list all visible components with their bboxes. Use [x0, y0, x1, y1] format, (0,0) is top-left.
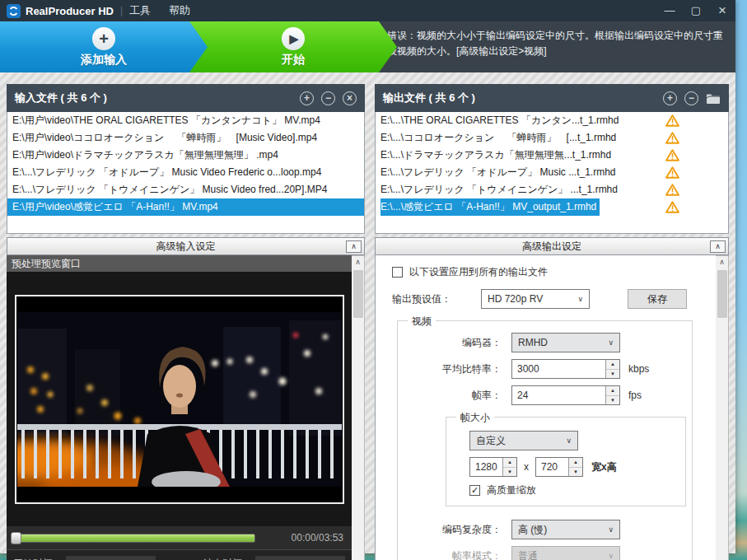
output-scrollbar[interactable]: ∧ ∨ — [716, 255, 729, 560]
preview-section: 预处理预览窗口 — [7, 255, 352, 560]
remove-output-icon[interactable]: − — [684, 91, 698, 105]
warning-icon — [665, 166, 679, 179]
spin-down-icon[interactable]: ▼ — [606, 370, 619, 379]
frame-size-group: 帧大小 自定义 ∨ 1280 — [446, 417, 686, 506]
clear-files-icon[interactable]: × — [343, 91, 357, 105]
time-range-bar: 开始时间： 00h 00m 00.000s 结束时间： 00h 03m 53.8… — [7, 549, 352, 560]
bitrate-label: 平均比特率： — [398, 362, 511, 376]
close-icon[interactable]: × — [716, 4, 729, 17]
list-item[interactable]: E:\用户\video\ドラマチックアラスカ「無理無理無理」 .mp4 — [7, 147, 364, 164]
seek-slider-thumb[interactable] — [11, 532, 21, 544]
add-file-icon[interactable]: + — [300, 91, 314, 105]
framerate-mode-select: 普通 ∨ — [511, 546, 620, 560]
menu-separator: | — [120, 5, 123, 16]
chevron-down-icon: ∨ — [608, 338, 614, 347]
add-output-icon[interactable]: + — [663, 91, 677, 105]
list-item[interactable]: E:\用户\video\ココロオークション 「蝉時雨」 [Music Video… — [7, 129, 364, 147]
menu-help[interactable]: 帮助 — [169, 3, 190, 18]
output-panel-title: 输出文件 ( 共 6 个 ) — [383, 91, 475, 105]
list-item[interactable]: E:\...\ドラマチックアラスカ「無理無理無...t_1.rmhd — [376, 147, 728, 164]
output-file-list: E:\...\THE ORAL CIGARETTES 「カンタン...t_1.r… — [375, 112, 729, 234]
spin-up-icon[interactable]: ▲ — [606, 360, 619, 370]
start-label: 开始 — [282, 53, 305, 68]
spin-down-icon[interactable]: ▼ — [606, 396, 619, 405]
input-file-list: E:\用户\video\THE ORAL CIGARETTES 「カンタンナコト… — [7, 112, 365, 234]
input-panel-title: 输入文件 ( 共 6 个 ) — [15, 91, 107, 105]
hq-scale-label: 高质量缩放 — [487, 483, 536, 497]
warning-icon — [665, 114, 679, 127]
complexity-select[interactable]: 高 (慢) ∨ — [511, 520, 620, 539]
framerate-stepper[interactable]: 24 ▲ ▼ — [511, 385, 620, 405]
app-logo-icon — [7, 4, 21, 18]
collapse-input-icon[interactable]: ∧ — [346, 240, 362, 253]
apply-all-row: 以下设置应用到所有的输出文件 — [392, 265, 716, 279]
add-input-button[interactable]: + 添加输入 — [0, 21, 208, 72]
seek-slider[interactable] — [15, 534, 255, 543]
preset-select[interactable]: HD 720p RV ∨ — [481, 289, 590, 309]
input-panel-header: 输入文件 ( 共 6 个 ) + − × — [7, 84, 365, 112]
apply-all-checkbox[interactable] — [392, 267, 403, 278]
dimension-separator: x — [524, 461, 529, 473]
video-group: 视频 编码器： RMHD ∨ 平均比特率： 3000 — [397, 320, 693, 560]
toolbar: + 添加输入 ▶ 开始 错误：视频的大小小于输出编码设定中的尺寸。根据输出编码设… — [0, 21, 735, 72]
save-button[interactable]: 保存 — [628, 289, 687, 309]
output-panel-header: 输出文件 ( 共 6 个 ) + − — [375, 84, 729, 112]
scroll-up-icon[interactable]: ∧ — [719, 256, 725, 268]
remove-file-icon[interactable]: − — [321, 91, 335, 105]
input-scrollbar[interactable]: ∧ ∨ — [352, 255, 365, 560]
preset-label: 输出预设值： — [392, 292, 481, 306]
advanced-output-header[interactable]: 高级输出设定 ∧ — [375, 237, 729, 255]
encoder-label: 编码器： — [398, 336, 511, 350]
minimize-icon[interactable]: — — [663, 4, 676, 17]
seek-bar-row: 00:00/03:53 — [7, 526, 352, 549]
list-item[interactable]: E:\...\フレデリック 「トウメイニンゲン」 Music Video fre… — [7, 181, 364, 198]
time-display: 00:00/03:53 — [292, 532, 343, 544]
frame-size-mode-select[interactable]: 自定义 ∨ — [469, 431, 578, 450]
scrollbar-thumb[interactable] — [717, 270, 727, 318]
complexity-label: 编码复杂度： — [398, 523, 511, 537]
warning-icon — [665, 132, 679, 144]
frame-width-stepper[interactable]: 1280 ▲ ▼ — [469, 457, 517, 477]
menu-tools[interactable]: 工具 — [129, 3, 151, 18]
error-message: 错误：视频的大小小于输出编码设定中的尺寸。根据输出编码设定中的尺寸重设视频的大小… — [387, 28, 726, 59]
end-time-value[interactable]: 00h 03m 53.869s — [255, 556, 345, 560]
framerate-mode-label: 帧率模式： — [398, 549, 511, 560]
warning-icon — [665, 149, 679, 161]
warning-icon — [665, 184, 679, 196]
app-window: RealProducer HD | 工具 帮助 — ▢ × + 添加输入 ▶ 开… — [0, 0, 735, 553]
bitrate-unit: kbps — [628, 363, 649, 375]
bitrate-stepper[interactable]: 3000 ▲ ▼ — [511, 359, 620, 379]
list-item[interactable]: E:\...\フレデリック 「オドループ」 Music ...t_1.rmhd — [376, 164, 728, 181]
encoder-select[interactable]: RMHD ∨ — [511, 333, 620, 352]
list-item[interactable]: E:\...\フレデリック 「オドループ」 Music Video Freder… — [7, 164, 364, 181]
list-item[interactable]: E:\...\フレデリック 「トウメイニンゲン」 ...t_1.rmhd — [376, 181, 728, 198]
list-item[interactable]: E:\...\ココロオークション 「蝉時雨」 [...t_1.rmhd — [376, 129, 728, 147]
frame-height-stepper[interactable]: 720 ▲ ▼ — [535, 457, 583, 477]
hq-scale-checkbox[interactable]: ✓ — [469, 485, 480, 496]
scroll-up-icon[interactable]: ∧ — [355, 256, 361, 268]
advanced-input-header[interactable]: 高级输入设定 ∧ — [7, 237, 365, 255]
main-area: 输入文件 ( 共 6 个 ) + − × E:\用户\video\THE ORA… — [0, 72, 735, 560]
video-preview-frame — [15, 295, 344, 504]
start-button[interactable]: ▶ 开始 — [189, 21, 397, 72]
collapse-output-icon[interactable]: ∧ — [710, 240, 726, 253]
spin-up-icon[interactable]: ▲ — [569, 458, 582, 468]
preview-title: 预处理预览窗口 — [7, 255, 352, 272]
end-time-label: 结束时间： — [203, 557, 252, 560]
list-item[interactable]: E:\...\THE ORAL CIGARETTES 「カンタン...t_1.r… — [376, 112, 728, 129]
width-height-label: 宽x高 — [591, 460, 617, 474]
spin-up-icon[interactable]: ▲ — [606, 386, 619, 396]
maximize-icon[interactable]: ▢ — [689, 4, 703, 17]
spin-down-icon[interactable]: ▼ — [569, 468, 582, 477]
scrollbar-thumb[interactable] — [353, 270, 363, 318]
list-item-selected[interactable]: E:\...\感覚ピエロ 「A-Han!!」 MV_output_1.rmhd — [376, 198, 728, 216]
spin-down-icon[interactable]: ▼ — [503, 468, 516, 477]
start-time-value[interactable]: 00h 00m 00.000s — [66, 556, 156, 560]
list-item[interactable]: E:\用户\video\THE ORAL CIGARETTES 「カンタンナコト… — [7, 112, 364, 129]
spin-up-icon[interactable]: ▲ — [503, 458, 516, 468]
folder-icon[interactable] — [706, 92, 721, 105]
play-icon: ▶ — [282, 27, 305, 50]
input-panel: 输入文件 ( 共 6 个 ) + − × E:\用户\video\THE ORA… — [7, 84, 365, 560]
frame-size-group-label: 帧大小 — [456, 411, 494, 425]
list-item-selected[interactable]: E:\用户\video\感覚ピエロ 「A-Han!!」 MV.mp4 — [7, 198, 364, 216]
